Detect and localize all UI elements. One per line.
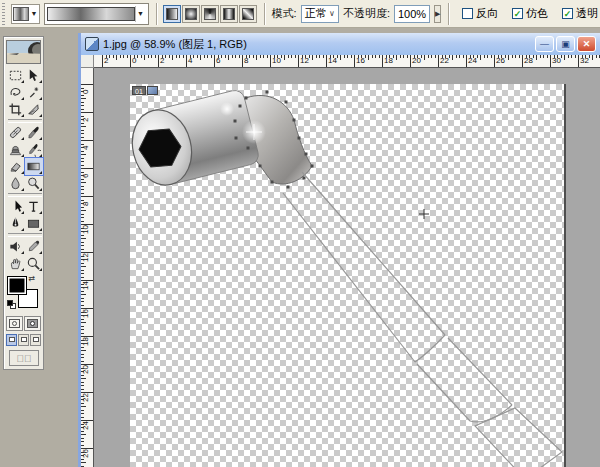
flyout-indicator xyxy=(21,188,24,191)
ruler-label: 14 xyxy=(81,281,90,290)
checkbox-icon[interactable] xyxy=(462,8,473,19)
quick-mask-mode-button[interactable] xyxy=(24,316,41,331)
adobe-online-banner[interactable] xyxy=(6,40,41,64)
ruler-label: 26 xyxy=(81,449,90,458)
opacity-slider-button[interactable]: ▶ xyxy=(434,5,441,23)
ruler-label: 18 xyxy=(81,337,90,346)
window-buttons: — ▣ ✕ xyxy=(535,36,596,52)
gradient-preview[interactable] xyxy=(47,7,135,21)
ruler-corner[interactable] xyxy=(81,55,94,68)
gradient-tool[interactable] xyxy=(25,158,43,175)
restore-button[interactable]: ▣ xyxy=(556,36,575,52)
eyedropper-tool[interactable] xyxy=(25,238,43,255)
flyout-indicator xyxy=(39,154,42,157)
angle-gradient-button[interactable] xyxy=(201,5,219,23)
document-window: 1.jpg @ 58.9% (图层 1, RGB) — ▣ ✕ 20246810… xyxy=(78,33,600,467)
radial-gradient-button[interactable] xyxy=(182,5,200,23)
pen-tool[interactable] xyxy=(7,215,25,232)
healing-brush-tool[interactable] xyxy=(7,124,25,141)
crop-tool[interactable] xyxy=(7,101,25,118)
canvas[interactable]: 01 xyxy=(130,84,566,467)
flyout-indicator xyxy=(21,97,24,100)
eraser-tool[interactable] xyxy=(7,158,25,175)
transparency-label: 透明 xyxy=(576,6,598,21)
clone-stamp-tool[interactable] xyxy=(7,141,25,158)
rectangular-marquee-tool[interactable] xyxy=(7,67,25,84)
ruler-label: 20 xyxy=(81,365,90,374)
reflected-gradient-button[interactable] xyxy=(220,5,238,23)
diamond-gradient-button[interactable] xyxy=(239,5,257,23)
notes-tool[interactable] xyxy=(7,238,25,255)
gradient-type-buttons xyxy=(163,5,257,23)
options-bar-grip[interactable] xyxy=(2,3,5,25)
default-colors-icon[interactable] xyxy=(7,300,17,310)
vertical-ruler[interactable]: 02468101214161820222426 xyxy=(81,68,94,467)
close-button[interactable]: ✕ xyxy=(577,36,596,52)
checkbox-icon[interactable]: ✓ xyxy=(512,8,523,19)
canvas-viewport[interactable]: 01 xyxy=(94,68,600,467)
lasso-tool[interactable] xyxy=(7,84,25,101)
radial-gradient-icon xyxy=(185,8,197,20)
move-tool[interactable] xyxy=(25,67,43,84)
swap-colors-icon[interactable]: ⇄ xyxy=(29,274,36,283)
tool-preset-picker[interactable]: ▼ xyxy=(11,4,40,24)
toolbox-separator xyxy=(8,119,42,123)
flyout-indicator xyxy=(39,114,42,117)
path-selection-tool[interactable] xyxy=(7,198,25,215)
zoom-tool[interactable] xyxy=(25,255,43,272)
hand-tool[interactable] xyxy=(7,255,25,272)
ruler-label: 10 xyxy=(81,225,90,234)
foreground-color-swatch[interactable] xyxy=(7,276,27,295)
toolbox-separator xyxy=(8,233,42,237)
reverse-label: 反向 xyxy=(476,6,498,21)
ruler-label: 22 xyxy=(81,393,90,402)
flyout-indicator xyxy=(21,114,24,117)
flyout-indicator xyxy=(39,188,42,191)
opacity-label: 不透明度: xyxy=(343,6,390,21)
type-tool[interactable] xyxy=(25,198,43,215)
standard-mode-button[interactable] xyxy=(6,316,23,331)
slice-icon-badge xyxy=(147,86,158,95)
dither-checkbox[interactable]: ✓仿色 xyxy=(512,6,548,21)
document-title: 1.jpg @ 58.9% (图层 1, RGB) xyxy=(103,37,531,52)
gradient-picker[interactable]: ▼ xyxy=(44,3,149,25)
color-controls: ⇄ xyxy=(7,276,41,312)
opacity-field[interactable]: 100% xyxy=(394,5,430,23)
socket-wrench-artwork xyxy=(130,84,566,467)
slice-tool[interactable] xyxy=(25,101,43,118)
ruler-label: 16 xyxy=(81,309,90,318)
blur-tool[interactable] xyxy=(7,175,25,192)
dodge-tool[interactable] xyxy=(25,175,43,192)
linear-gradient-button[interactable] xyxy=(163,5,181,23)
reverse-checkbox[interactable]: 反向 xyxy=(462,6,498,21)
flyout-indicator xyxy=(39,211,42,214)
toolbox-separator xyxy=(8,193,42,197)
history-brush-tool[interactable] xyxy=(25,141,43,158)
document-titlebar[interactable]: 1.jpg @ 58.9% (图层 1, RGB) — ▣ ✕ xyxy=(81,33,600,55)
chevron-down-icon: ∨ xyxy=(329,9,335,18)
linear-gradient-icon xyxy=(166,8,178,20)
flyout-indicator xyxy=(39,228,42,231)
brush-tool[interactable] xyxy=(25,124,43,141)
checkbox-icon[interactable]: ✓ xyxy=(562,8,573,19)
full-screen-mode-button[interactable] xyxy=(30,334,41,346)
horizontal-ruler[interactable]: 202468101214161820222426283032 xyxy=(94,55,600,68)
flyout-indicator xyxy=(21,228,24,231)
full-screen-menubar-button[interactable] xyxy=(18,334,29,346)
crosshair-cursor xyxy=(419,209,429,219)
separator xyxy=(156,3,157,25)
jump-to-imageready-button[interactable]: ⇄⃞ xyxy=(9,350,39,366)
gradient-dropdown-arrow[interactable]: ▼ xyxy=(135,6,146,22)
custom-shape-tool[interactable] xyxy=(25,215,43,232)
minimize-button[interactable]: — xyxy=(535,36,554,52)
standard-screen-mode-button[interactable] xyxy=(6,334,17,346)
magic-wand-tool[interactable] xyxy=(25,84,43,101)
blend-mode-select[interactable]: 正常 ∨ xyxy=(301,5,339,23)
separator xyxy=(448,3,449,25)
flyout-indicator xyxy=(21,154,24,157)
gradient-tool-icon xyxy=(13,7,29,21)
dither-label: 仿色 xyxy=(526,6,548,21)
photoshop-file-icon xyxy=(85,37,99,51)
flyout-indicator xyxy=(21,251,24,254)
transparency-checkbox[interactable]: ✓透明 xyxy=(562,6,598,21)
